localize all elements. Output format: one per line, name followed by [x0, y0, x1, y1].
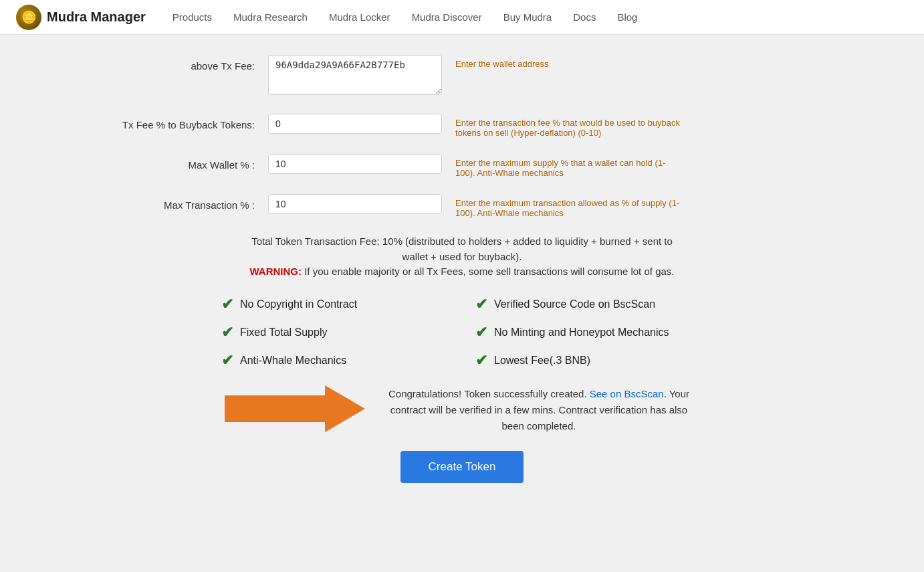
feature-3-text: Fixed Total Supply [240, 326, 327, 339]
max-tx-row: Max Transaction % : Enter the maximum tr… [108, 194, 816, 218]
feature-2: ✔ Verified Source Code on BscScan [475, 296, 703, 313]
check-icon-3: ✔ [221, 324, 233, 341]
warning-message: If you enable majority or all Tx Fees, s… [304, 266, 674, 277]
tx-fee-hint: Enter the wallet address [455, 55, 548, 69]
main-nav: Products Mudra Research Mudra Locker Mud… [172, 11, 638, 23]
feature-6-text: Lowest Fee(.3 BNB) [494, 355, 590, 367]
nav-mudra-locker[interactable]: Mudra Locker [329, 11, 390, 23]
max-tx-hint: Enter the maximum transaction allowed as… [455, 194, 683, 218]
success-section: Congratulations! Token successfully crea… [195, 385, 729, 435]
success-message: Congratulations! Token successfully crea… [378, 386, 699, 434]
buyback-label: Tx Fee % to Buyback Tokens: [108, 114, 268, 130]
check-icon-2: ✔ [475, 296, 487, 313]
create-button-wrapper: Create Token [108, 451, 816, 483]
header: 🪙 Mudra Manager Products Mudra Research … [0, 0, 924, 35]
tx-fee-row: above Tx Fee: 96A9dda29A9A66FA2B777Eb En… [108, 55, 816, 98]
buyback-input-area [268, 114, 442, 134]
fee-summary: Total Token Transaction Fee: 10% (distri… [248, 234, 676, 280]
buyback-hint: Enter the transaction fee % that would b… [455, 114, 683, 138]
nav-buy-mudra[interactable]: Buy Mudra [503, 11, 552, 23]
tx-fee-input[interactable]: 96A9dda29A9A66FA2B777Eb [268, 55, 442, 95]
arrow-icon [225, 385, 365, 435]
success-text-before: Congratulations! Token successfully crea… [388, 388, 590, 399]
svg-marker-0 [225, 385, 365, 432]
feature-3: ✔ Fixed Total Supply [221, 324, 449, 341]
check-icon-5: ✔ [221, 352, 233, 369]
max-tx-label: Max Transaction % : [108, 194, 268, 211]
create-token-button[interactable]: Create Token [400, 451, 524, 483]
check-icon-4: ✔ [475, 324, 487, 341]
max-tx-input[interactable] [268, 194, 442, 214]
max-wallet-row: Max Wallet % : Enter the maximum supply … [108, 154, 816, 178]
warning-label: WARNING: [250, 266, 302, 277]
logo[interactable]: 🪙 Mudra Manager [16, 5, 146, 30]
nav-blog[interactable]: Blog [617, 11, 637, 23]
max-wallet-input-area [268, 154, 442, 174]
nav-products[interactable]: Products [172, 11, 212, 23]
feature-1-text: No Copyright in Contract [240, 298, 357, 310]
feature-5-text: Anti-Whale Mechanics [240, 355, 346, 367]
feature-2-text: Verified Source Code on BscScan [494, 298, 655, 310]
logo-text: Mudra Manager [47, 9, 146, 25]
feature-6: ✔ Lowest Fee(.3 BNB) [475, 352, 703, 369]
logo-coin-icon: 🪙 [16, 5, 41, 30]
check-icon-6: ✔ [475, 352, 487, 369]
nav-docs[interactable]: Docs [573, 11, 596, 23]
max-wallet-input[interactable] [268, 154, 442, 174]
max-wallet-label: Max Wallet % : [108, 154, 268, 171]
tx-fee-label: above Tx Fee: [108, 55, 268, 72]
tx-fee-input-area: 96A9dda29A9A66FA2B777Eb [268, 55, 442, 98]
max-wallet-hint: Enter the maximum supply % that a wallet… [455, 154, 683, 178]
fee-summary-text: Total Token Transaction Fee: 10% (distri… [251, 235, 673, 262]
features-grid: ✔ No Copyright in Contract ✔ Verified So… [221, 296, 703, 369]
nav-mudra-research[interactable]: Mudra Research [233, 11, 308, 23]
feature-5: ✔ Anti-Whale Mechanics [221, 352, 449, 369]
nav-mudra-discover[interactable]: Mudra Discover [412, 11, 482, 23]
main-content: above Tx Fee: 96A9dda29A9A66FA2B777Eb En… [94, 35, 830, 510]
max-tx-input-area [268, 194, 442, 214]
feature-1: ✔ No Copyright in Contract [221, 296, 449, 313]
buyback-row: Tx Fee % to Buyback Tokens: Enter the tr… [108, 114, 816, 138]
feature-4: ✔ No Minting and Honeypot Mechanics [475, 324, 703, 341]
bscscan-link[interactable]: See on BscScan [590, 388, 664, 399]
check-icon-1: ✔ [221, 296, 233, 313]
feature-4-text: No Minting and Honeypot Mechanics [494, 326, 669, 339]
buyback-input[interactable] [268, 114, 442, 134]
